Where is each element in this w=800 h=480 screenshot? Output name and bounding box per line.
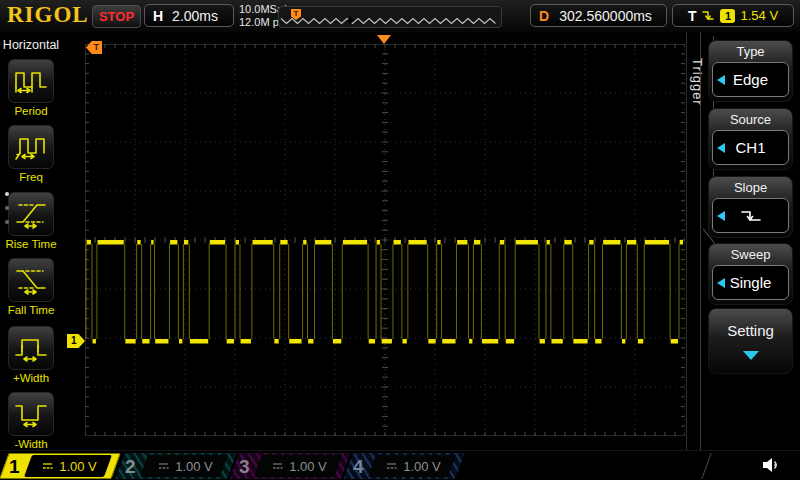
- page-indicator-dot: [5, 220, 9, 224]
- dc-coupling-icon: [385, 461, 398, 471]
- rise-time-icon: [14, 199, 48, 229]
- menu-item-fall-time[interactable]: Fall Time: [0, 258, 62, 316]
- plus-width-icon: [14, 333, 48, 363]
- falling-slope-icon: [701, 9, 715, 22]
- speaker-icon: [760, 455, 782, 475]
- delay-label: D: [539, 8, 549, 24]
- falling-edge-icon: [739, 208, 763, 224]
- left-arrow-icon: [717, 143, 725, 153]
- timebase-value: 2.00ms: [163, 8, 233, 24]
- menu-trigger-source[interactable]: Source CH1: [708, 108, 793, 170]
- page-indicator-dot: [5, 206, 9, 210]
- menu-item-freq[interactable]: Freq: [0, 125, 62, 183]
- dc-coupling-icon: [271, 461, 284, 471]
- trigger-delay-box[interactable]: D 302.560000ms: [530, 4, 667, 27]
- menu-item-rise-time[interactable]: Rise Time: [0, 192, 62, 250]
- minus-width-icon: [14, 399, 48, 429]
- left-arrow-icon: [717, 211, 725, 221]
- channel-bar: 1 1.00 V 2 1.00 V 3 1.00 V 4 1.00 V: [0, 450, 800, 480]
- trigger-sweep-value: Single: [730, 274, 772, 291]
- memory-waveform-overview: [279, 7, 501, 29]
- menu-item-period[interactable]: Period: [0, 59, 62, 117]
- trigger-source-badge: 1: [720, 9, 735, 23]
- right-menu: Trigger Type Edge Source CH1 Slope Sweep…: [686, 32, 800, 450]
- menu-trigger-type[interactable]: Type Edge: [708, 40, 793, 102]
- left-arrow-icon: [717, 75, 725, 85]
- dc-coupling-icon: [157, 461, 170, 471]
- channel-2-badge[interactable]: 2 1.00 V: [116, 453, 228, 479]
- run-state-indicator: STOP: [92, 5, 141, 28]
- waveform-display: [85, 44, 685, 436]
- trigger-label: T: [688, 8, 697, 24]
- channel1-ground-marker-icon[interactable]: 1: [67, 334, 85, 348]
- trigger-type-value: Edge: [733, 71, 768, 88]
- memory-position-bar: T: [278, 6, 502, 28]
- menu-item-plus-width[interactable]: +Width: [0, 326, 62, 384]
- freq-icon: [14, 132, 48, 162]
- rigol-logo: RIGOL: [7, 2, 89, 28]
- trigger-source-value: CH1: [735, 139, 765, 156]
- channel-4-badge[interactable]: 4 1.00 V: [344, 453, 456, 479]
- horizontal-label: H: [153, 8, 163, 24]
- left-menu-title: Horizontal: [0, 38, 62, 52]
- menu-trigger-sweep[interactable]: Sweep Single: [708, 243, 793, 305]
- trigger-level-value: 1.54 V: [740, 8, 778, 23]
- waveform-trace: [85, 44, 685, 436]
- trigger-status-box[interactable]: T 1 1.54 V: [672, 4, 794, 27]
- left-menu: Horizontal Period Freq Rise Tim: [0, 32, 62, 450]
- menu-trigger-slope[interactable]: Slope: [708, 176, 793, 238]
- bottom-bar-divider: [701, 453, 711, 479]
- page-indicator-dot: [5, 192, 9, 196]
- left-arrow-icon: [717, 278, 725, 288]
- dc-coupling-icon: [41, 461, 54, 471]
- horizontal-reference-marker-icon[interactable]: [377, 35, 391, 44]
- delay-value: 302.560000ms: [549, 8, 666, 24]
- status-bar: RIGOL STOP H 2.00ms 10.0MSa/s 12.0M pts …: [0, 0, 800, 32]
- period-icon: [14, 66, 48, 96]
- menu-trigger-setting[interactable]: Setting: [708, 308, 793, 374]
- horizontal-timebase-box[interactable]: H 2.00ms: [144, 4, 234, 27]
- channel-3-badge[interactable]: 3 1.00 V: [230, 453, 342, 479]
- menu-item-minus-width[interactable]: -Width: [0, 392, 62, 450]
- menu-tab-title: Trigger: [690, 58, 705, 106]
- dropdown-arrow-icon: [743, 351, 759, 360]
- channel-1-badge[interactable]: 1 1.00 V: [0, 453, 112, 479]
- oscilloscope-screen: RIGOL STOP H 2.00ms 10.0MSa/s 12.0M pts …: [0, 0, 800, 480]
- fall-time-icon: [14, 265, 48, 295]
